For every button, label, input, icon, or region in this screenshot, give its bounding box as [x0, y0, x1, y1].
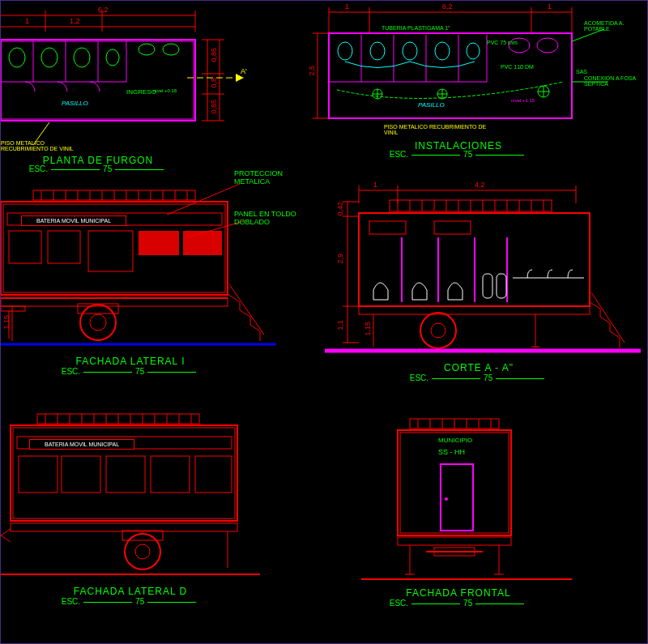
- svg-line-132: [591, 292, 625, 343]
- sign-lateral-d: BATERIA MOVIL MUNICIPAL: [29, 439, 134, 450]
- label-nivel-plan: nivel +0.18: [153, 88, 177, 93]
- scale-prefix: ESC.: [390, 150, 408, 159]
- title-lateral-d: FACHADA LATERAL D: [25, 586, 236, 597]
- label-acometida: ACOMETIDA A. POTABLE: [584, 20, 633, 32]
- svg-rect-152: [19, 456, 58, 493]
- svg-point-44: [403, 42, 417, 60]
- svg-point-159: [135, 544, 150, 559]
- svg-rect-177: [398, 537, 511, 545]
- title-corte: CORTE A - A": [382, 362, 576, 373]
- scale-corte: ESC.75: [382, 373, 576, 382]
- label-pasillo-inst: PASILLO: [418, 101, 445, 109]
- scale-prefix: ESC.: [62, 597, 80, 606]
- scale-prefix: ESC.: [410, 373, 428, 382]
- svg-point-48: [537, 38, 558, 53]
- dim-plan-h3: 0,85: [210, 100, 218, 114]
- view-instalaciones: 6,2 1 1 2,5 TUBERIA PLASTIGAMA 1" PVC 75…: [305, 1, 637, 171]
- scale-prefix: ESC.: [62, 367, 80, 376]
- svg-rect-118: [369, 221, 406, 234]
- dim-corte-mid: 2,9: [336, 254, 344, 264]
- svg-point-45: [435, 42, 450, 60]
- scale-prefix: ESC.: [390, 599, 408, 608]
- scale-prefix: ESC.: [29, 164, 48, 173]
- label-pasillo-plan: PASILLO: [62, 100, 88, 107]
- svg-line-89: [229, 284, 264, 335]
- svg-line-162: [1, 535, 11, 542]
- svg-rect-125: [497, 274, 506, 298]
- dim-corte-bot: 1,1: [336, 320, 344, 331]
- view-fachada-lateral-d: BATERIA MOVIL MUNICIPAL FACHADA LATERAL …: [1, 406, 260, 616]
- scale-lateral-d: ESC.75: [25, 597, 236, 606]
- dim-inst-seg1: 1: [345, 2, 349, 11]
- svg-point-84: [80, 305, 116, 340]
- svg-rect-35: [329, 33, 572, 118]
- label-pvc1: PVC 75 mm: [487, 40, 518, 45]
- scale-value: 75: [135, 367, 144, 376]
- dim-corte-width: 4,2: [475, 181, 485, 189]
- dim-inst-height: 2,5: [308, 66, 316, 76]
- svg-point-158: [125, 534, 160, 569]
- label-conexion: CONEXION A FOSA SEPTICA: [584, 75, 637, 87]
- callout-proteccion: PROTECCION METALICA: [234, 169, 299, 186]
- label-municipio: MUNICIPIO: [438, 437, 472, 444]
- svg-rect-154: [106, 456, 145, 493]
- svg-rect-78: [48, 231, 80, 263]
- dim-inst-width: 6,2: [442, 2, 453, 11]
- svg-rect-175: [441, 464, 473, 531]
- title-frontal: FACHADA FRONTAL: [377, 587, 539, 599]
- label-a-marker: A': [241, 67, 247, 75]
- label-pvc2: PVC 110 DM: [501, 64, 534, 70]
- scale-value: 75: [463, 599, 472, 608]
- title-lateral-i: FACHADA LATERAL I: [25, 356, 236, 367]
- scale-value: 75: [103, 164, 112, 173]
- label-ingreso: INGRESO: [126, 88, 156, 96]
- dim-plan-h2: 0,8: [210, 78, 218, 88]
- scale-lateral-i: ESC.75: [25, 367, 236, 376]
- dim-plan-seg1: 1: [25, 17, 29, 25]
- svg-line-92: [167, 184, 240, 215]
- svg-point-43: [370, 42, 385, 60]
- svg-point-19: [41, 48, 58, 67]
- dim-plan-h1: 0,85: [210, 48, 218, 62]
- label-piso-plan: PISO METALICO RECUBRIMIENTO DE VINIL: [1, 140, 90, 151]
- scale-instalaciones: ESC.75: [353, 150, 564, 159]
- dim-inst-seg2: 1: [548, 2, 552, 11]
- svg-rect-127: [359, 306, 590, 314]
- svg-rect-83: [1, 298, 228, 306]
- dim-corte-wheel: 1,15: [364, 322, 372, 336]
- scale-value: 75: [484, 373, 492, 382]
- svg-point-42: [338, 42, 352, 60]
- label-sshh: SS - HH: [438, 448, 465, 456]
- view-fachada-frontal: MUNICIPIO SS - HH FACHADA FRONTAL ESC.75: [361, 414, 572, 621]
- view-planta-furgon: 6,2 1 1,2 0,85 0,8 0,85 PASILLO INGRESO …: [1, 1, 260, 171]
- view-corte-aa: 1 4,2 0,42 2,9 1,1 1,15 CORTE A - A" ESC…: [325, 181, 641, 391]
- label-piso-inst: PISO METALICO RECUBRIMIENTO DE VINIL: [384, 124, 489, 135]
- svg-rect-87: [1, 306, 25, 311]
- svg-point-176: [445, 497, 448, 501]
- dim-plan-seg2: 1,2: [70, 17, 80, 25]
- svg-line-161: [1, 529, 11, 535]
- svg-point-20: [74, 48, 90, 67]
- label-sas: SAS: [576, 69, 587, 75]
- svg-rect-79: [88, 231, 133, 271]
- scale-value: 75: [463, 150, 472, 159]
- svg-rect-81: [183, 231, 222, 255]
- label-nivel-inst: nivel +1.15: [511, 98, 535, 103]
- dim-plan-width: 6,2: [98, 6, 109, 14]
- svg-rect-124: [483, 274, 492, 298]
- svg-rect-160: [122, 531, 163, 540]
- svg-rect-119: [434, 221, 471, 234]
- svg-rect-156: [195, 456, 232, 493]
- dim-corte-top: 0,42: [336, 202, 344, 216]
- svg-point-46: [467, 43, 480, 59]
- svg-point-23: [163, 44, 179, 55]
- scale-planta: ESC.75: [1, 164, 195, 173]
- svg-point-21: [106, 49, 119, 66]
- lateral-d-drawing: [1, 406, 260, 616]
- corte-drawing: [325, 181, 641, 391]
- svg-point-18: [9, 48, 25, 67]
- svg-point-128: [420, 313, 456, 348]
- dim-lati-h: 1,15: [2, 315, 11, 330]
- svg-rect-80: [139, 231, 179, 255]
- svg-point-22: [139, 44, 155, 55]
